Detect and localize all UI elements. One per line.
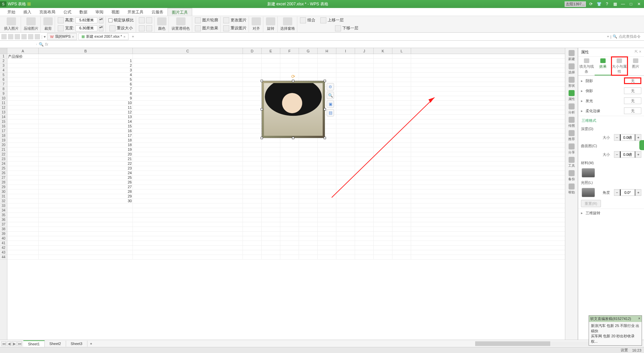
cell[interactable] (39, 227, 133, 231)
cell[interactable] (280, 73, 299, 77)
redo-icon[interactable] (35, 34, 40, 39)
cell[interactable] (7, 171, 39, 175)
cell[interactable]: 16 (39, 129, 133, 133)
cell[interactable] (133, 175, 243, 180)
cell[interactable] (262, 199, 280, 203)
app-dropdown[interactable] (27, 2, 31, 6)
cell[interactable] (392, 59, 411, 63)
cell[interactable] (133, 250, 243, 255)
row-header[interactable]: 23 (0, 157, 7, 161)
cell[interactable] (280, 227, 299, 231)
cell[interactable] (392, 133, 411, 138)
cell[interactable] (7, 129, 39, 133)
cell[interactable] (355, 199, 374, 203)
row-header[interactable]: 8 (0, 87, 7, 91)
cell[interactable] (280, 180, 299, 185)
cell[interactable]: 4 (39, 73, 133, 77)
cell[interactable] (7, 110, 39, 114)
row-header[interactable]: 16 (0, 124, 7, 129)
cell[interactable] (39, 246, 133, 250)
cell[interactable] (355, 119, 374, 124)
cell[interactable] (355, 171, 374, 175)
doc-tab-mywps[interactable]: W我的WPS× (47, 33, 77, 40)
cell[interactable] (7, 147, 39, 152)
cell[interactable] (355, 185, 374, 189)
cell[interactable] (7, 250, 39, 255)
cell[interactable] (336, 87, 355, 91)
cell[interactable] (243, 54, 262, 58)
cell[interactable] (336, 115, 355, 119)
cell[interactable] (280, 54, 299, 58)
transparency-icon[interactable] (176, 17, 186, 25)
cell[interactable] (336, 213, 355, 217)
cell[interactable] (318, 208, 336, 213)
row-header[interactable]: 18 (0, 133, 7, 138)
row-header[interactable]: 39 (0, 232, 7, 236)
cell[interactable] (39, 218, 133, 222)
cell[interactable]: 1 (39, 59, 133, 63)
doc-tab-current[interactable]: ▦新建 excel 2007.xlsx *× (78, 33, 128, 40)
rail-item-新建[interactable]: 新建 (568, 50, 575, 61)
col-J[interactable]: J (355, 48, 374, 54)
cell[interactable] (7, 115, 39, 119)
cell[interactable] (355, 194, 374, 199)
cell[interactable] (374, 236, 392, 241)
ribbon-toggle-icon[interactable]: ▦ (612, 2, 618, 6)
cell[interactable] (243, 105, 262, 110)
row-header[interactable]: 35 (0, 213, 7, 218)
soft-select[interactable]: 无 (624, 107, 641, 114)
contrast-icon[interactable] (146, 17, 152, 23)
cell[interactable] (374, 119, 392, 124)
cell[interactable] (133, 54, 243, 58)
cell[interactable] (318, 68, 336, 72)
cell[interactable] (39, 255, 133, 259)
row-header[interactable]: 2 (0, 59, 7, 63)
pic-tool-more-icon[interactable]: ▤ (327, 109, 334, 116)
pic-border-icon[interactable] (195, 17, 201, 23)
cell[interactable] (299, 241, 318, 245)
cell[interactable]: 产品报价 (7, 54, 39, 58)
cell[interactable]: 9 (39, 96, 133, 100)
cell[interactable] (336, 119, 355, 124)
search-fn-icon[interactable]: 🔍 (39, 42, 44, 47)
cell[interactable] (374, 194, 392, 199)
sheet-last-icon[interactable]: ⏭ (17, 341, 22, 346)
cell[interactable] (280, 190, 299, 194)
cell[interactable] (243, 199, 262, 203)
cell[interactable]: 8 (39, 91, 133, 96)
sheet-tab-2[interactable]: Sheet2 (45, 341, 66, 347)
cell[interactable] (262, 227, 280, 231)
cell[interactable] (133, 246, 243, 250)
cell[interactable] (243, 143, 262, 147)
cell[interactable] (39, 54, 133, 58)
rail-item-传图[interactable]: 传图 (568, 117, 575, 128)
cell[interactable] (133, 73, 243, 77)
cell[interactable] (318, 147, 336, 152)
cell[interactable] (262, 175, 280, 180)
cell[interactable] (336, 54, 355, 58)
cell[interactable] (374, 91, 392, 96)
cell[interactable]: 12 (39, 110, 133, 114)
cell[interactable]: 13 (39, 115, 133, 119)
cell[interactable] (7, 68, 39, 72)
cell[interactable] (7, 143, 39, 147)
cell[interactable] (374, 105, 392, 110)
cell[interactable] (262, 166, 280, 170)
cell[interactable] (243, 138, 262, 142)
cell[interactable] (374, 157, 392, 161)
cell[interactable] (392, 213, 411, 217)
cell[interactable] (243, 241, 262, 245)
row-header[interactable]: 24 (0, 161, 7, 166)
cell[interactable] (318, 255, 336, 259)
row-header[interactable]: 3 (0, 63, 7, 68)
cell[interactable] (374, 129, 392, 133)
cell[interactable] (7, 180, 39, 185)
cell[interactable]: 17 (39, 133, 133, 138)
cell[interactable] (133, 166, 243, 170)
cell[interactable] (336, 110, 355, 114)
cell[interactable] (355, 227, 374, 231)
cell[interactable] (133, 171, 243, 175)
cell[interactable] (133, 208, 243, 213)
sheet-tab-3[interactable]: Sheet3 (66, 341, 87, 347)
cell[interactable] (336, 180, 355, 185)
